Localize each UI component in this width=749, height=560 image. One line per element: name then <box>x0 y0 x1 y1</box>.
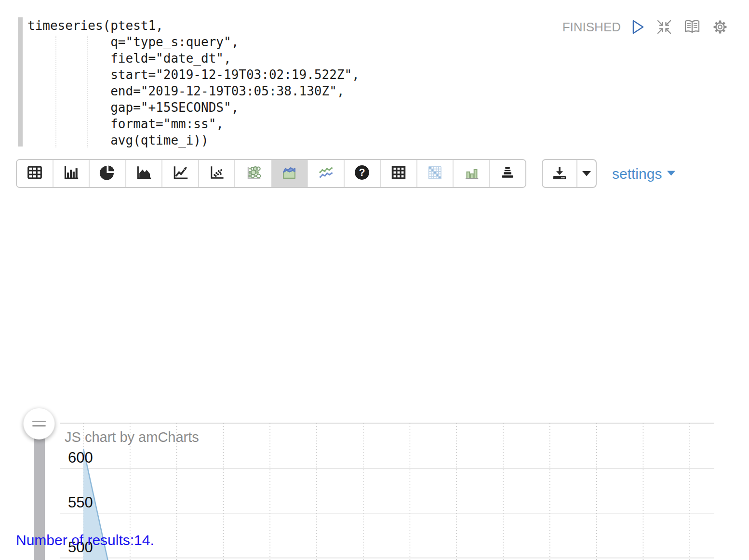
viz-button-heatmap-matrix[interactable] <box>417 160 454 187</box>
bar-chart-icon <box>62 163 80 184</box>
compress-icon[interactable] <box>655 18 673 36</box>
viz-button-stacked-area-chart[interactable] <box>272 160 308 187</box>
stacked-area-chart-icon <box>280 163 298 184</box>
column-chart-icon <box>462 163 481 184</box>
scrollbar-top-handle[interactable] <box>23 408 55 440</box>
book-icon[interactable] <box>683 18 701 36</box>
code-line: field="date_dt", <box>27 50 360 67</box>
code-line: format="mm:ss", <box>27 116 360 132</box>
visualization-toolbar: ? <box>16 159 526 188</box>
result-count-text: Number of results:14. <box>16 532 154 548</box>
viz-button-bar-chart[interactable] <box>54 160 90 187</box>
gear-icon[interactable] <box>711 18 729 36</box>
viz-button-help[interactable]: ? <box>345 160 381 187</box>
code-line: avg(qtime_i)) <box>27 132 360 148</box>
y-axis-label: 550 <box>68 494 93 511</box>
code-line: q="type_s:query", <box>27 34 360 50</box>
line-chart-icon <box>171 163 189 184</box>
multi-line-chart-icon <box>317 163 335 184</box>
download-button-group <box>542 159 597 188</box>
settings-button[interactable]: settings <box>612 166 676 182</box>
viz-button-area-chart[interactable] <box>126 160 163 187</box>
viz-button-line-chart[interactable] <box>162 160 199 187</box>
viz-button-bubble-chart[interactable] <box>235 160 272 187</box>
zeppelin-paragraph: timeseries(ptest1, q="type_s:query", fie… <box>0 0 749 560</box>
svg-text:?: ? <box>359 167 365 178</box>
amcharts-watermark: JS chart by amCharts <box>65 429 199 445</box>
download-button[interactable] <box>543 160 577 187</box>
play-icon[interactable] <box>631 19 645 35</box>
area-series-line <box>83 449 690 560</box>
viz-button-scatter-plot[interactable] <box>199 160 236 187</box>
paragraph-status-row: FINISHED <box>562 18 729 36</box>
viz-button-column-chart[interactable] <box>454 160 490 187</box>
settings-label: settings <box>612 166 662 182</box>
status-badge: FINISHED <box>562 20 621 35</box>
grip-line <box>32 421 46 422</box>
viz-button-multi-line-chart[interactable] <box>308 160 345 187</box>
viz-button-table[interactable] <box>17 160 54 187</box>
area-series <box>83 449 690 560</box>
pyramid-chart-icon <box>498 163 517 184</box>
pivot-table-icon <box>389 163 408 184</box>
code-line: start="2019-12-19T03:02:19.522Z", <box>27 67 360 83</box>
code-line: end="2019-12-19T03:05:38.130Z", <box>27 83 360 99</box>
editor-gutter-bar <box>18 17 23 147</box>
table-icon <box>26 163 44 184</box>
help-icon: ? <box>353 163 371 184</box>
chart-plot-area[interactable]: 35040045050055060002:1902:3402:4903:0403… <box>60 421 718 560</box>
viz-button-pie-chart[interactable] <box>90 160 126 187</box>
viz-button-pivot-table[interactable] <box>381 160 417 187</box>
area-chart-icon <box>134 163 153 184</box>
code-line: gap="+15SECONDS", <box>27 99 360 116</box>
viz-button-pyramid-chart[interactable] <box>490 160 526 187</box>
download-options-caret[interactable] <box>577 160 596 187</box>
chevron-down-icon <box>667 170 676 178</box>
timeseries-area-chart: 35040045050055060002:1902:3402:4903:0403… <box>0 202 749 530</box>
pie-chart-icon <box>98 163 117 184</box>
scatter-plot-icon <box>207 163 226 184</box>
query-code-editor[interactable]: timeseries(ptest1, q="type_s:query", fie… <box>27 17 360 148</box>
bubble-chart-icon <box>244 163 262 184</box>
code-line: timeseries(ptest1, <box>27 17 360 34</box>
y-axis-label: 600 <box>68 449 93 466</box>
heatmap-matrix-icon <box>426 163 444 184</box>
grip-line <box>32 425 46 427</box>
